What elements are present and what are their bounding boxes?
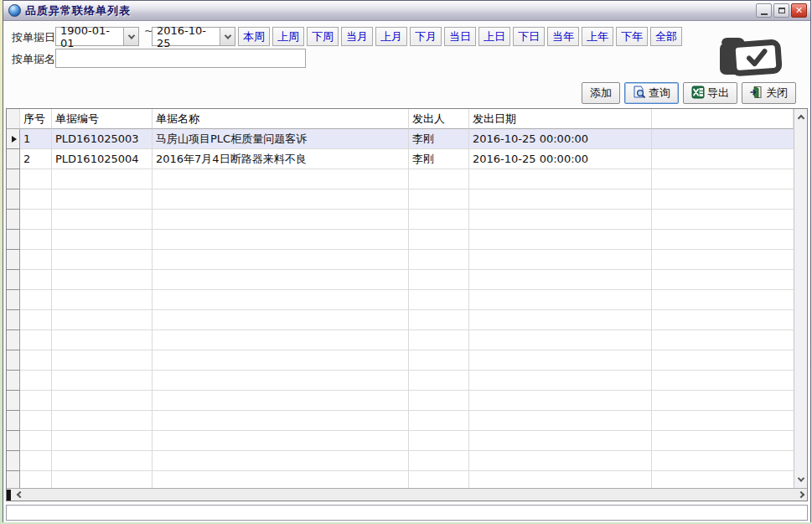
quick-button-today[interactable]: 当日: [444, 27, 476, 46]
cell-filler: [652, 149, 794, 169]
grid-empty-rows: [7, 169, 794, 488]
date-to-dropdown-arrow[interactable]: [220, 28, 235, 45]
close-button[interactable]: ✕: [791, 3, 807, 18]
quick-button-this-month[interactable]: 当月: [341, 27, 373, 46]
close-window-button-label: 关闭: [766, 86, 788, 101]
maximize-button[interactable]: [773, 3, 789, 18]
add-button-label: 添加: [590, 86, 612, 101]
cell-name[interactable]: 2016年7月4日断路器来料不良: [153, 149, 409, 169]
empty-cell: [52, 270, 153, 290]
scroll-up-button[interactable]: [795, 112, 807, 123]
query-button[interactable]: 查询: [624, 82, 679, 104]
empty-cell: [7, 169, 20, 189]
chevron-up-icon: [797, 114, 804, 121]
empty-cell: [7, 451, 20, 471]
empty-cell: [20, 230, 52, 250]
window-title: 品质异常联络单列表: [25, 3, 131, 18]
cell-date[interactable]: 2016-10-25 00:00:00: [469, 149, 652, 169]
empty-cell: [652, 189, 794, 210]
quick-button-this-year[interactable]: 当年: [547, 27, 579, 46]
vertical-scrollbar[interactable]: [794, 109, 807, 488]
empty-row: [7, 310, 794, 330]
date-from-dropdown-arrow[interactable]: [123, 28, 138, 45]
quick-button-last-year[interactable]: 上年: [582, 27, 613, 46]
globe-icon: [8, 4, 21, 17]
close-window-button[interactable]: 关闭: [742, 82, 796, 104]
row-selector-cell[interactable]: [7, 149, 20, 169]
date-from-value: 1900-01-01: [56, 24, 123, 49]
empty-cell: [469, 471, 652, 488]
column-header-date[interactable]: 发出日期: [469, 109, 652, 129]
scroll-left-button[interactable]: [14, 490, 26, 501]
empty-cell: [7, 471, 20, 488]
add-button[interactable]: 添加: [582, 82, 620, 104]
empty-cell: [652, 290, 794, 310]
row-selector-cell[interactable]: [7, 129, 20, 149]
horizontal-scrollbar[interactable]: [7, 488, 807, 501]
empty-cell: [20, 189, 52, 210]
cell-date[interactable]: 2016-10-25 00:00:00: [469, 129, 652, 149]
cell-issuer[interactable]: 李刚: [409, 149, 469, 169]
name-filter-input[interactable]: [55, 49, 306, 68]
empty-cell: [409, 451, 469, 471]
table-row[interactable]: 2 PLD161025004 2016年7月4日断路器来料不良 李刚 2016-…: [7, 149, 794, 169]
quick-button-all[interactable]: 全部: [650, 27, 682, 46]
quick-button-yesterday[interactable]: 上日: [478, 27, 510, 46]
empty-cell: [7, 350, 20, 371]
quick-button-last-month[interactable]: 上月: [375, 27, 407, 46]
quick-button-tomorrow[interactable]: 下日: [513, 27, 545, 46]
empty-cell: [20, 350, 52, 371]
date-to-combobox[interactable]: 2016-10-25: [152, 27, 235, 46]
table-row[interactable]: 1 PLD161025003 马房山项目PLC柜质量问题客诉 李刚 2016-1…: [7, 129, 794, 149]
column-header-name[interactable]: 单据名称: [153, 109, 409, 129]
empty-row: [7, 290, 794, 310]
empty-cell: [52, 330, 153, 350]
date-to-value: 2016-10-25: [153, 24, 220, 49]
scroll-down-button[interactable]: [795, 474, 807, 485]
column-header-issuer[interactable]: 发出人: [409, 109, 469, 129]
empty-cell: [469, 391, 652, 411]
cell-issuer[interactable]: 李刚: [409, 129, 469, 149]
column-header-code[interactable]: 单据编号: [52, 109, 153, 129]
column-header-seq[interactable]: 序号: [20, 109, 52, 129]
cell-name[interactable]: 马房山项目PLC柜质量问题客诉: [153, 129, 409, 149]
chevron-right-icon: [798, 491, 804, 498]
cell-code[interactable]: PLD161025003: [52, 129, 153, 149]
empty-cell: [469, 431, 652, 451]
cell-code[interactable]: PLD161025004: [52, 149, 153, 169]
scroll-right-button[interactable]: [795, 490, 807, 501]
empty-cell: [469, 270, 652, 290]
empty-row: [7, 330, 794, 350]
quick-button-this-week[interactable]: 本周: [238, 27, 270, 46]
empty-cell: [7, 391, 20, 411]
maximize-icon: [778, 8, 785, 13]
empty-cell: [652, 230, 794, 250]
empty-cell: [52, 169, 153, 189]
quick-button-next-week[interactable]: 下周: [307, 27, 339, 46]
cell-seq[interactable]: 1: [20, 129, 52, 149]
chevron-left-icon: [17, 491, 23, 498]
empty-cell: [52, 310, 153, 330]
empty-cell: [7, 270, 20, 290]
empty-cell: [153, 250, 409, 270]
cell-seq[interactable]: 2: [20, 149, 52, 169]
quick-button-last-week[interactable]: 上周: [272, 27, 304, 46]
empty-cell: [153, 350, 409, 371]
minimize-button[interactable]: [756, 3, 772, 18]
empty-cell: [409, 350, 469, 371]
quick-button-next-month[interactable]: 下月: [410, 27, 442, 46]
empty-cell: [409, 371, 469, 391]
empty-cell: [7, 250, 20, 270]
chevron-down-icon: [224, 32, 230, 39]
app-window: 品质异常联络单列表 ✕ 按单据日期 1900-01-01 ~ 2016-10-2…: [3, 0, 811, 522]
chevron-down-icon: [797, 475, 804, 481]
empty-cell: [652, 350, 794, 371]
horizontal-scroll-thumb[interactable]: [7, 490, 11, 501]
empty-cell: [20, 310, 52, 330]
date-from-combobox[interactable]: 1900-01-01: [55, 27, 139, 46]
export-button[interactable]: 导出: [683, 82, 737, 104]
empty-cell: [153, 290, 409, 310]
empty-cell: [409, 391, 469, 411]
quick-button-next-year[interactable]: 下年: [616, 27, 648, 46]
empty-cell: [409, 310, 469, 330]
